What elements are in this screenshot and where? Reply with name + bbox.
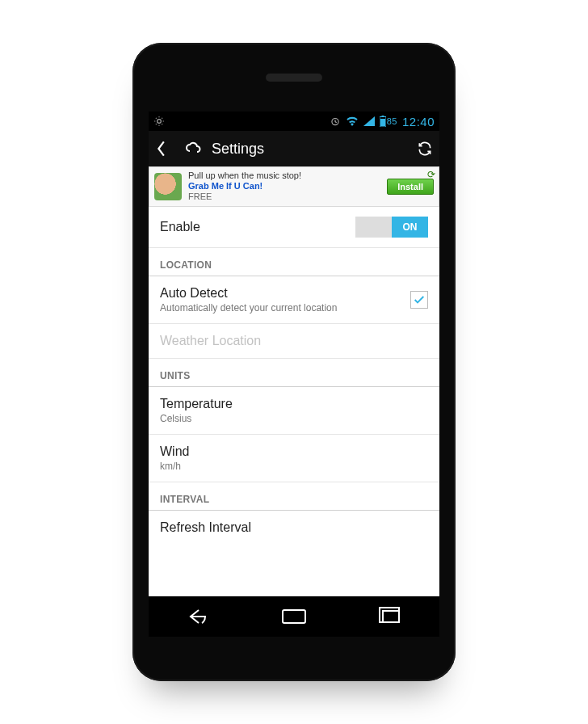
clock: 12:40 (402, 115, 435, 128)
nav-home-button[interactable] (280, 606, 308, 627)
checkbox-checked-icon[interactable] (410, 291, 428, 309)
app-logo-cloud-icon (184, 139, 204, 158)
wifi-icon (346, 116, 359, 126)
refresh-interval-title: Refresh Interval (160, 520, 428, 535)
row-weather-location: Weather Location (149, 324, 439, 359)
nav-recent-button[interactable] (377, 606, 405, 627)
alarm-icon (330, 116, 341, 127)
weather-location-title: Weather Location (160, 334, 428, 348)
svg-rect-4 (380, 119, 385, 126)
battery-icon: 85 (380, 116, 397, 127)
battery-percent: 85 (387, 116, 397, 126)
enable-label: Enable (160, 220, 200, 234)
section-interval-label: INTERVAL (160, 494, 428, 505)
ad-install-button[interactable]: Install (387, 179, 434, 195)
phone-frame: 85 12:40 Settings Pull up when the music… (132, 43, 456, 681)
ad-thumb-icon (154, 173, 182, 200)
wind-sub: km/h (160, 461, 428, 472)
ad-corner-icon[interactable]: ⟳ (427, 169, 435, 180)
page-title: Settings (212, 141, 409, 158)
auto-detect-sub: Automatically detect your current locati… (160, 302, 402, 314)
row-refresh-interval[interactable]: Refresh Interval (149, 511, 439, 545)
svg-point-0 (158, 120, 162, 124)
ad-line-2: Grab Me If U Can! (188, 181, 380, 192)
temperature-title: Temperature (160, 397, 428, 411)
section-location-label: LOCATION (160, 259, 428, 271)
screen: 85 12:40 Settings Pull up when the music… (149, 112, 439, 596)
ad-text: Pull up when the music stop! Grab Me If … (188, 170, 380, 203)
android-nav-bar (149, 596, 439, 637)
ad-banner[interactable]: Pull up when the music stop! Grab Me If … (149, 166, 439, 207)
enable-toggle[interactable]: ON (355, 217, 428, 238)
row-auto-detect[interactable]: Auto Detect Automatically detect your cu… (149, 276, 439, 324)
ad-line-3: FREE (188, 192, 380, 202)
row-temperature[interactable]: Temperature Celsius (149, 387, 439, 435)
wind-title: Wind (160, 444, 428, 459)
section-location: LOCATION (149, 248, 439, 276)
row-enable[interactable]: Enable ON (149, 207, 439, 248)
brightness-icon (153, 116, 165, 127)
status-bar: 85 12:40 (149, 112, 439, 131)
nav-back-button[interactable] (183, 606, 211, 627)
auto-detect-title: Auto Detect (160, 286, 402, 301)
section-interval: INTERVAL (149, 482, 439, 511)
action-bar: Settings (149, 131, 439, 166)
section-units: UNITS (149, 359, 439, 387)
toggle-on-label: ON (392, 217, 428, 238)
settings-list: Enable ON LOCATION Auto Detect Automatic… (149, 207, 439, 596)
temperature-sub: Celsius (160, 413, 428, 424)
signal-icon (363, 116, 375, 126)
section-units-label: UNITS (160, 370, 428, 381)
ad-line-1: Pull up when the music stop! (188, 170, 380, 181)
row-wind[interactable]: Wind km/h (149, 435, 439, 482)
refresh-icon[interactable] (417, 141, 433, 157)
back-icon[interactable] (155, 138, 176, 159)
